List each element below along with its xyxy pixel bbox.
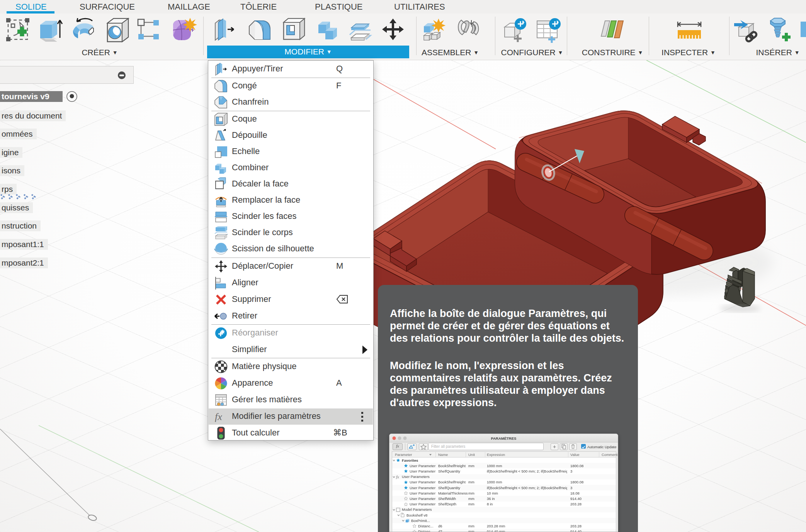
svg-text:fx: fx [215,411,222,422]
